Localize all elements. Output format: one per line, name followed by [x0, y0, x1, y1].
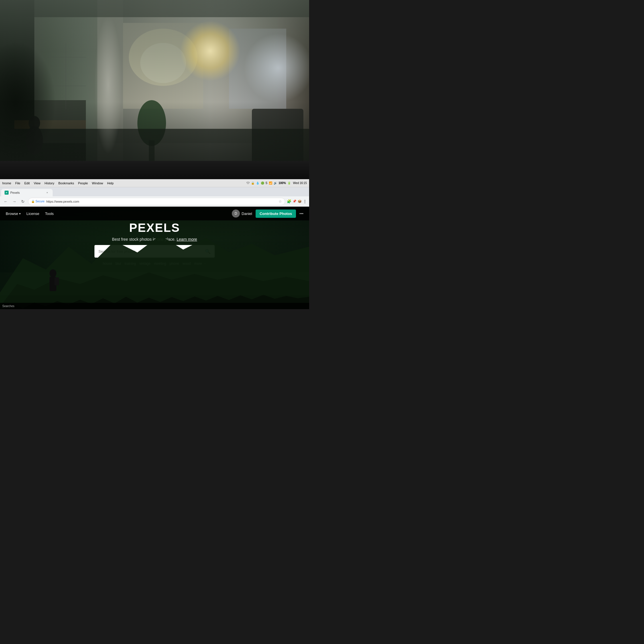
browse-chevron-icon: ▾ [19, 212, 21, 215]
more-tools-button[interactable]: ⋮ [303, 199, 307, 204]
pexels-nav: Browse ▾ License Tools D Daniel Contribu… [0, 207, 309, 220]
office-background [0, 0, 309, 170]
dropbox-icon[interactable]: 📦 [298, 199, 302, 203]
nav-browse-button[interactable]: Browse ▾ [6, 212, 21, 216]
svg-rect-22 [0, 272, 309, 295]
system-icons: 🛡🔒💧🟢S📶🔊 100% 🔋 [247, 181, 291, 185]
menu-view[interactable]: View [34, 181, 41, 185]
browser-screen: hrome File Edit View History Bookmarks P… [0, 179, 309, 309]
address-bar[interactable]: 🔒 Secure https://www.pexels.com ☆ [28, 198, 285, 205]
menu-window[interactable]: Window [92, 181, 103, 185]
nav-more-button[interactable]: ••• [299, 212, 303, 216]
nav-user-button[interactable]: D Daniel [232, 210, 252, 218]
svg-rect-0 [0, 0, 34, 169]
svg-rect-3 [97, 0, 123, 169]
menu-bar-right: 🛡🔒💧🟢S📶🔊 100% 🔋 Wed 16:15 [247, 181, 307, 185]
svg-rect-1 [0, 100, 86, 169]
pexels-website: Browse ▾ License Tools D Daniel Contribu… [0, 207, 309, 309]
tab-title: Pexels [10, 191, 20, 194]
pin-icon[interactable]: 📌 [293, 199, 297, 203]
nav-tools-button[interactable]: Tools [45, 212, 54, 216]
svg-rect-5 [123, 23, 203, 109]
tab-favicon: P [5, 191, 9, 195]
svg-rect-11 [252, 109, 303, 169]
svg-rect-8 [229, 29, 286, 109]
svg-rect-25 [54, 277, 59, 285]
nav-license-button[interactable]: License [26, 212, 39, 216]
chrome-tab-bar: P Pexels × [0, 187, 309, 196]
extensions-icon[interactable]: 🧩 [287, 199, 291, 204]
active-tab[interactable]: P Pexels × [1, 189, 53, 196]
svg-point-9 [137, 100, 166, 146]
svg-rect-16 [0, 0, 309, 17]
browse-label: Browse [6, 212, 18, 216]
monitor-bezel [0, 161, 309, 179]
svg-rect-10 [149, 140, 155, 163]
secure-label: Secure [35, 200, 45, 203]
favicon-text: P [6, 191, 7, 194]
nav-right: D Daniel Contribute Photos ••• [232, 210, 303, 218]
svg-point-18 [29, 116, 40, 130]
browser-toolbar: ← → ↻ 🔒 Secure https://www.pexels.com ☆ … [0, 196, 309, 207]
lock-icon: 🔒 [31, 200, 35, 203]
menu-edit[interactable]: Edit [24, 181, 30, 185]
menu-history[interactable]: History [45, 181, 54, 185]
svg-rect-2 [14, 120, 86, 129]
refresh-button[interactable]: ↻ [19, 198, 26, 205]
menu-app-name[interactable]: hrome [2, 181, 11, 185]
hero-forest-svg [0, 207, 309, 309]
tab-close-button[interactable]: × [45, 191, 49, 195]
pexels-hero: Browse ▾ License Tools D Daniel Contribu… [0, 207, 309, 309]
taskbar: Searches [0, 303, 309, 309]
back-button[interactable]: ← [2, 198, 9, 205]
contribute-photos-button[interactable]: Contribute Photos [256, 210, 296, 218]
svg-point-17 [26, 126, 43, 155]
svg-point-24 [50, 269, 56, 277]
menu-help[interactable]: Help [107, 181, 114, 185]
browser-right-icons: 🧩 📌 📦 ⋮ [287, 199, 307, 204]
menu-people[interactable]: People [78, 181, 88, 185]
svg-point-6 [129, 29, 197, 86]
forward-button[interactable]: → [11, 198, 18, 205]
star-icon[interactable]: ☆ [278, 199, 282, 204]
clock: Wed 16:15 [293, 181, 307, 185]
secure-badge: 🔒 Secure [31, 200, 45, 203]
menu-file[interactable]: File [15, 181, 20, 185]
address-bar-right: ☆ [278, 199, 282, 204]
user-avatar: D [232, 210, 240, 218]
taskbar-searches-label: Searches [2, 305, 14, 308]
menu-bookmarks[interactable]: Bookmarks [58, 181, 74, 185]
url-text: https://www.pexels.com [46, 200, 79, 203]
user-name-label: Daniel [242, 212, 252, 216]
svg-point-7 [140, 43, 186, 83]
svg-rect-4 [34, 0, 278, 143]
macos-menu-bar: hrome File Edit View History Bookmarks P… [0, 179, 309, 187]
